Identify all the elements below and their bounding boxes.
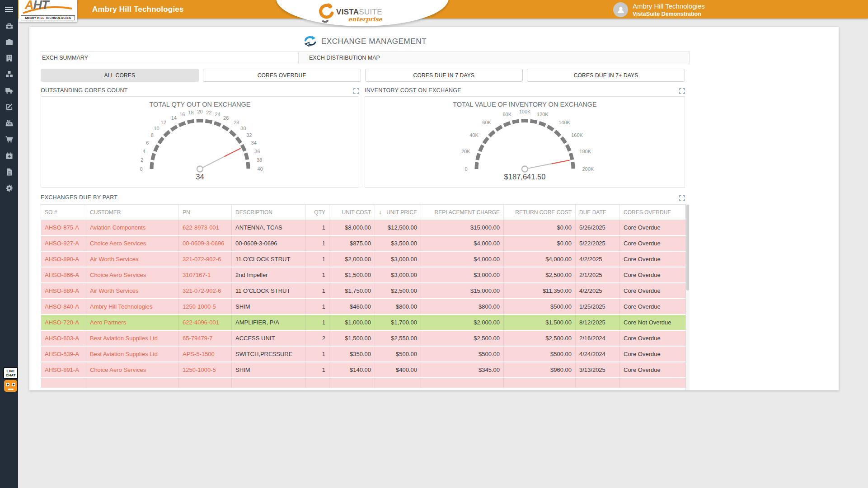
cell-so[interactable]: AHSO-890-A (41, 252, 86, 267)
table-row[interactable]: AHSO-866-AChoice Aero Services3107167-12… (41, 267, 685, 283)
filter-cores-due-in-7-days[interactable]: CORES DUE IN 7 DAYS (365, 69, 523, 82)
cell-customer[interactable]: Air Worth Services (86, 252, 179, 267)
avatar[interactable] (613, 2, 628, 17)
link-customer[interactable]: Aviation Components (90, 224, 145, 231)
link-so[interactable]: AHSO-875-A (45, 224, 79, 231)
link-customer[interactable]: Air Worth Services (90, 287, 138, 294)
settings-icon[interactable] (4, 183, 14, 193)
table-row[interactable]: AHSO-720-AAero Partners622-4096-001AMPLI… (41, 315, 685, 331)
table-row[interactable]: AHSO-889-AAir Worth Services321-072-902-… (41, 283, 685, 299)
col-header-unit-price[interactable]: ↓UNIT PRICE (375, 205, 421, 220)
cell-customer[interactable]: Aviation Components (86, 220, 179, 235)
cell-pn[interactable]: APS-5-1500 (179, 347, 232, 361)
link-pn[interactable]: 622-8973-001 (183, 224, 219, 231)
toolbox-icon[interactable] (4, 20, 14, 31)
tab-exch-distribution-map[interactable]: EXCH DISTRIBUTION MAP (299, 52, 689, 64)
link-pn[interactable]: 1250-1000-5 (183, 303, 216, 310)
cell-so[interactable]: AHSO-891-A (41, 362, 86, 377)
link-pn[interactable]: 00-0609-3-0696 (183, 240, 225, 247)
cell-pn[interactable]: 622-8973-001 (179, 220, 232, 235)
scrollbar-thumb[interactable] (686, 205, 689, 291)
cell-so[interactable]: AHSO-840-A (41, 299, 86, 314)
cell-customer[interactable]: Choice Aero Services (86, 362, 179, 377)
link-so[interactable]: AHSO-890-A (45, 256, 79, 263)
link-pn[interactable]: 321-072-902-6 (183, 287, 221, 294)
filter-all-cores[interactable]: ALL CORES (41, 69, 199, 82)
link-customer[interactable]: Best Aviation Supplies Ltd (90, 335, 158, 342)
filter-cores-due-in-7-days[interactable]: CORES DUE IN 7+ DAYS (527, 69, 685, 82)
col-header-description[interactable]: DESCRIPTION (232, 205, 306, 220)
table-row[interactable]: AHSO-875-AAviation Components622-8973-00… (41, 220, 685, 236)
user-account[interactable]: Ambry Hill Technologies VistaSuite Demon… (613, 2, 705, 18)
link-customer[interactable]: Air Worth Services (90, 256, 138, 263)
briefcase-icon[interactable] (4, 36, 14, 47)
cell-customer[interactable]: Best Aviation Supplies Ltd (86, 331, 179, 346)
building-icon[interactable] (4, 52, 14, 63)
cell-so[interactable]: AHSO-603-A (41, 331, 86, 346)
table-row[interactable]: AHSO-639-ABest Aviation Supplies LtdAPS-… (41, 347, 685, 362)
cell-so[interactable]: AHSO-720-A (41, 315, 86, 330)
expand-icon[interactable] (679, 88, 685, 94)
link-pn[interactable]: 622-4096-001 (183, 319, 219, 326)
live-chat-widget[interactable]: LIVE CHAT (3, 367, 18, 392)
shopping-cart-icon[interactable] (4, 134, 14, 145)
link-customer[interactable]: Aero Partners (90, 319, 126, 326)
col-header-customer[interactable]: CUSTOMER (86, 205, 179, 220)
cell-customer[interactable]: Aero Partners (86, 315, 179, 330)
cell-pn[interactable]: 321-072-902-6 (179, 283, 232, 298)
link-so[interactable]: AHSO-639-A (45, 351, 79, 357)
link-so[interactable]: AHSO-927-A (45, 240, 79, 247)
sort-arrow-icon[interactable]: ↓ (379, 209, 382, 216)
link-customer[interactable]: Choice Aero Services (90, 272, 146, 278)
col-header-due-date[interactable]: DUE DATE (576, 205, 620, 220)
cell-customer[interactable]: Choice Aero Services (86, 236, 179, 251)
hamburger-icon[interactable] (5, 7, 13, 12)
link-so[interactable]: AHSO-889-A (45, 287, 79, 294)
invoice-icon[interactable] (4, 166, 14, 177)
table-row[interactable]: AHSO-891-AChoice Aero Services1250-1000-… (41, 362, 685, 378)
cell-pn[interactable]: 1250-1000-5 (179, 362, 232, 377)
link-pn[interactable]: APS-5-1500 (183, 351, 215, 357)
link-pn[interactable]: 3107167-1 (183, 272, 211, 278)
cell-pn[interactable]: 3107167-1 (179, 267, 232, 282)
table-row[interactable]: AHSO-603-ABest Aviation Supplies Ltd65-7… (41, 331, 685, 347)
cell-pn[interactable]: 1250-1000-5 (179, 299, 232, 314)
calendar-plus-icon[interactable] (4, 150, 14, 161)
expand-icon[interactable] (353, 88, 359, 94)
link-customer[interactable]: Best Aviation Supplies Ltd (90, 351, 158, 357)
filter-cores-overdue[interactable]: CORES OVERDUE (203, 69, 361, 82)
company-logo[interactable]: AHT AMBRY HILL TECHNOLOGIES (19, 0, 77, 22)
link-so[interactable]: AHSO-866-A (45, 272, 79, 278)
table-row[interactable]: AHSO-927-AChoice Aero Services00-0609-3-… (41, 236, 685, 252)
col-header-cores-overdue[interactable]: CORES OVERDUE (620, 205, 685, 220)
cell-customer[interactable]: Choice Aero Services (86, 267, 179, 282)
cell-so[interactable]: AHSO-875-A (41, 220, 86, 235)
link-so[interactable]: AHSO-720-A (45, 319, 79, 326)
col-header-unit-cost[interactable]: UNIT COST (329, 205, 375, 220)
link-so[interactable]: AHSO-891-A (45, 366, 79, 373)
cell-customer[interactable]: Best Aviation Supplies Ltd (86, 347, 179, 361)
cell-so[interactable]: AHSO-889-A (41, 283, 86, 298)
cell-so[interactable]: AHSO-927-A (41, 236, 86, 251)
cell-customer[interactable]: Air Worth Services (86, 283, 179, 298)
table-row[interactable]: AHSO-840-AAmbry Hill Technologies1250-10… (41, 299, 685, 315)
table-scrollbar[interactable] (685, 204, 690, 390)
cell-pn[interactable]: 321-072-902-6 (179, 252, 232, 267)
link-so[interactable]: AHSO-840-A (45, 303, 79, 310)
col-header-replacement-charge[interactable]: REPLACEMENT CHARGE (421, 205, 504, 220)
cell-pn[interactable]: 00-0609-3-0696 (179, 236, 232, 251)
link-customer[interactable]: Choice Aero Services (90, 366, 146, 373)
cell-pn[interactable]: 65-79479-7 (179, 331, 232, 346)
truck-icon[interactable] (4, 85, 14, 96)
table-row-clipped[interactable] (41, 378, 685, 388)
link-customer[interactable]: Choice Aero Services (90, 240, 146, 247)
col-header-qty[interactable]: QTY (306, 205, 329, 220)
cell-so[interactable]: AHSO-639-A (41, 347, 86, 361)
link-pn[interactable]: 321-072-902-6 (183, 256, 221, 263)
col-header-pn[interactable]: PN (179, 205, 232, 220)
link-customer[interactable]: Ambry Hill Technologies (90, 303, 153, 310)
link-so[interactable]: AHSO-603-A (45, 335, 79, 342)
edit-icon[interactable] (4, 101, 14, 112)
cubes-icon[interactable] (4, 69, 14, 80)
cell-so[interactable]: AHSO-866-A (41, 267, 86, 282)
